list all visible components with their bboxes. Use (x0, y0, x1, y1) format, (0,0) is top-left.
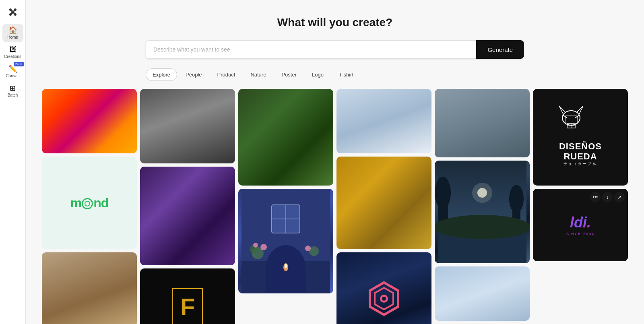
list-item[interactable]: DISEÑOSRUEDA デュィターブル (533, 89, 628, 186)
gallery-image-samurai: DISEÑOSRUEDA デュィターブル (533, 89, 628, 186)
svg-point-19 (253, 243, 258, 248)
svg-rect-8 (266, 269, 306, 293)
creations-icon: 🖼 (9, 46, 17, 53)
sidebar-item-home[interactable]: 🏠 Home (2, 24, 23, 42)
list-item[interactable]: ♡ (435, 89, 530, 157)
list-item[interactable]: ♡ (238, 189, 333, 293)
tab-tshirt[interactable]: T-shirt (332, 68, 360, 81)
beta-badge: Beta (14, 62, 24, 66)
search-bar: Generate (146, 40, 524, 59)
gallery-image-landscape-night (435, 161, 530, 263)
list-item[interactable]: ♡ (140, 167, 235, 265)
gallery-image-mond: mnd (42, 157, 137, 249)
tab-logo[interactable]: Logo (305, 68, 330, 81)
gallery-image-gold-letter: F (140, 268, 235, 324)
page-title: What will you create? (42, 16, 628, 29)
main-content: What will you create? Generate Explore P… (26, 0, 644, 324)
samurai-main-title: DISEÑOSRUEDA (559, 142, 602, 161)
svg-point-13 (285, 264, 287, 268)
gallery-image-ldi: ••• ↓ ↗ ldi. SINCE 2004 (533, 189, 628, 261)
svg-point-18 (305, 246, 311, 251)
tab-people[interactable]: People (179, 68, 208, 81)
list-item[interactable]: ♡ (336, 89, 431, 153)
list-item[interactable]: ♡ (238, 89, 333, 186)
gallery-image-hex-logo (336, 252, 431, 324)
svg-point-17 (260, 244, 267, 250)
search-input[interactable] (146, 40, 476, 59)
dots-button[interactable]: ••• (590, 192, 601, 202)
action-bar: ••• ↓ ↗ (590, 192, 625, 202)
home-icon: 🏠 (8, 27, 17, 34)
svg-rect-34 (565, 116, 577, 124)
tab-product[interactable]: Product (211, 68, 242, 81)
gallery-image-room (238, 189, 333, 293)
svg-point-31 (509, 185, 524, 213)
mond-logo: mnd (70, 196, 109, 210)
list-item[interactable]: mnd ♡ (42, 157, 137, 249)
gallery-image-asian-girl (42, 252, 137, 324)
app-logo (6, 5, 20, 19)
sidebar-item-canvas[interactable]: Beta ✏️ Canvas (2, 63, 23, 80)
sidebar-item-batch-label: Batch (8, 93, 18, 97)
sidebar-item-creations[interactable]: 🖼 Creations (2, 43, 23, 61)
svg-point-26 (477, 188, 487, 198)
download-button[interactable]: ↓ (602, 192, 613, 202)
list-item[interactable]: ♡ (42, 252, 137, 324)
gallery-image-perfume-amber (336, 157, 431, 249)
list-item[interactable]: F ♡ (140, 268, 235, 324)
svg-point-29 (435, 177, 451, 209)
list-item[interactable]: ••• ↓ ↗ ldi. SINCE 2004 (533, 189, 628, 261)
sidebar: 🏠 Home 🖼 Creations Beta ✏️ Canvas ⊞ Batc… (0, 0, 26, 324)
svg-point-32 (435, 215, 530, 239)
batch-icon: ⊞ (10, 85, 16, 92)
tab-explore[interactable]: Explore (146, 68, 177, 81)
share-button[interactable]: ↗ (614, 192, 625, 202)
samurai-text-content: DISEÑOSRUEDA デュィターブル (555, 138, 606, 170)
samurai-content: DISEÑOSRUEDA デュィターブル (555, 104, 606, 170)
list-item[interactable]: ♡ (336, 157, 431, 249)
list-item[interactable]: ♡ (140, 89, 235, 163)
sidebar-item-batch[interactable]: ⊞ Batch (2, 82, 23, 100)
sidebar-item-creations-label: Creations (4, 54, 21, 59)
list-item[interactable]: ♡ (435, 266, 530, 321)
tabs-bar: Explore People Product Nature Poster Log… (146, 68, 524, 81)
gallery: ♡ mnd ♡ ♡ ♡ ♡ F ♡ (42, 89, 628, 324)
list-item[interactable]: ♡ (336, 252, 431, 324)
list-item[interactable]: ♡ (42, 89, 137, 153)
tab-poster[interactable]: Poster (275, 68, 303, 81)
gold-letter: F (172, 288, 203, 324)
tab-nature[interactable]: Nature (244, 68, 273, 81)
generate-button[interactable]: Generate (476, 40, 524, 59)
hex-svg (366, 281, 402, 317)
gallery-image-purple-flowers (140, 167, 235, 265)
gallery-image-perfume-gold (238, 89, 333, 186)
list-item[interactable]: ♡ (435, 161, 530, 263)
ldi-logo: ldi. (570, 214, 591, 231)
samurai-subtitle: デュィターブル (559, 161, 602, 167)
samurai-svg (555, 104, 587, 136)
sidebar-item-canvas-label: Canvas (6, 74, 20, 78)
svg-point-23 (382, 297, 386, 301)
sidebar-item-home-label: Home (7, 35, 18, 39)
ldi-since: SINCE 2004 (566, 232, 594, 236)
